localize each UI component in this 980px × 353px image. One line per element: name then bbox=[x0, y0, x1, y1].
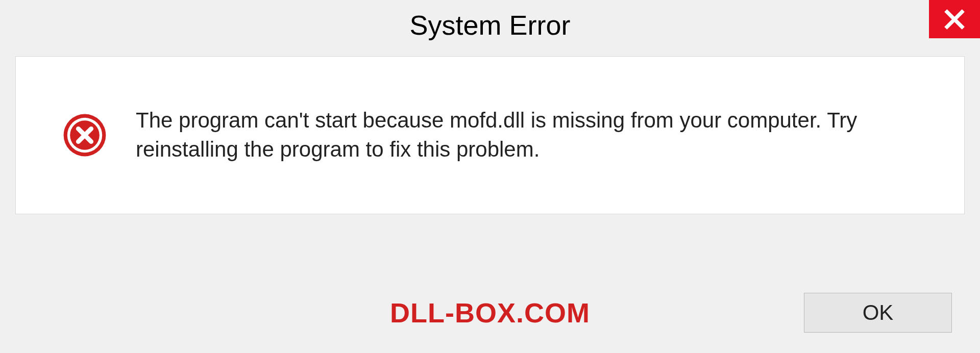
dialog-title: System Error bbox=[409, 9, 570, 41]
close-icon bbox=[943, 8, 966, 31]
watermark-text: DLL-BOX.COM bbox=[390, 297, 590, 329]
error-dialog: System Error The program can't start bec… bbox=[0, 0, 980, 353]
error-message: The program can't start because mofd.dll… bbox=[136, 106, 934, 164]
close-button[interactable] bbox=[929, 0, 980, 38]
message-panel: The program can't start because mofd.dll… bbox=[15, 56, 965, 214]
title-bar: System Error bbox=[0, 0, 980, 56]
dialog-footer: DLL-BOX.COM OK bbox=[0, 293, 980, 333]
ok-button[interactable]: OK bbox=[804, 293, 952, 333]
error-icon bbox=[62, 112, 108, 158]
